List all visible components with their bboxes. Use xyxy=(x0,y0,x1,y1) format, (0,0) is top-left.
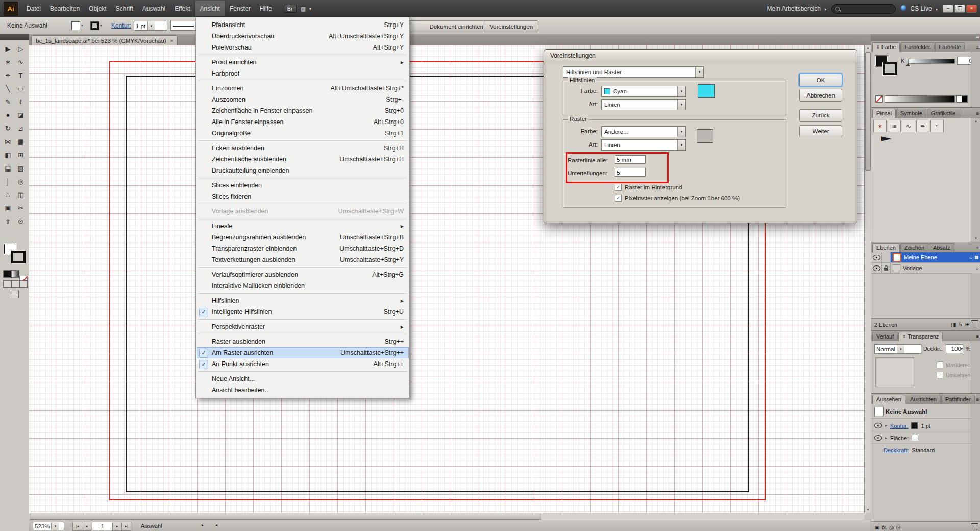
minimize-button[interactable]: – xyxy=(943,5,953,13)
tool-magic-wand[interactable]: ∗ xyxy=(2,56,14,69)
tool-column-graph[interactable]: ◫ xyxy=(14,188,27,202)
brush-item[interactable]: ✒ xyxy=(916,120,929,132)
tool-perspective-grid[interactable]: ⊞ xyxy=(14,149,27,162)
tab-farbhilfe[interactable]: Farbhilfe xyxy=(935,42,965,52)
menubar-auswahl[interactable]: Auswahl xyxy=(138,1,170,17)
status-popup-icon[interactable]: ▸ xyxy=(202,523,204,527)
tab-ebenen[interactable]: Ebenen xyxy=(872,243,900,252)
tool-pencil[interactable]: ℓ xyxy=(14,95,27,109)
tab-absatz[interactable]: Absatz xyxy=(929,243,954,252)
stroke-color-swatch[interactable] xyxy=(911,422,918,429)
artboard-number-field[interactable]: 1 xyxy=(92,522,113,530)
tool-hand[interactable]: ⇧ xyxy=(2,215,14,228)
menu-item-ansicht-bearbeiten[interactable]: Ansicht bearbeiten... xyxy=(197,384,409,396)
tool-direct-selection[interactable]: ▷ xyxy=(14,42,27,56)
close-button[interactable]: × xyxy=(966,5,977,13)
stroke-proxy[interactable] xyxy=(11,251,26,263)
layer-normal[interactable]: Vorlage ○ xyxy=(891,263,980,273)
delete-layer-icon[interactable] xyxy=(972,322,977,327)
draw-behind-button[interactable] xyxy=(11,280,19,288)
stroke-proxy[interactable] xyxy=(883,62,897,75)
disclosure-icon[interactable]: ▸ xyxy=(885,423,887,428)
tab-grafikstile[interactable]: Grafikstile xyxy=(927,109,960,118)
tool-eyedropper[interactable]: ⌡ xyxy=(2,175,14,188)
draw-normal-button[interactable] xyxy=(3,280,11,288)
preferences-section-combobox[interactable]: Hilfslinien und Raster ▾ xyxy=(563,66,704,78)
screen-mode-button[interactable] xyxy=(11,291,19,298)
menu-item-begrenzungsrahmen[interactable]: Begrenzungsrahmen ausblendenUmschalttast… xyxy=(197,232,409,243)
tab-pinsel[interactable]: Pinsel xyxy=(872,109,896,118)
zoom-level-combobox[interactable]: 523% ▾ xyxy=(33,522,64,530)
tool-rectangle[interactable]: ▭ xyxy=(14,82,27,95)
tab-farbe[interactable]: ⇕ Farbe xyxy=(872,42,900,52)
tool-shape-builder[interactable]: ◧ xyxy=(2,149,14,162)
menu-item-ecken-ausblenden[interactable]: Ecken ausblendenStrg+H xyxy=(197,142,409,154)
fill-color-picker[interactable]: ▾ xyxy=(71,21,83,30)
brush-item[interactable]: ∗ xyxy=(873,120,887,132)
panel-menu-icon[interactable]: ≡ xyxy=(976,245,979,251)
menu-item-an-punkt-ausrichten[interactable]: ✓An Punkt ausrichtenAlt+Strg++ xyxy=(197,358,409,370)
next-artboard-button[interactable]: ▸ xyxy=(112,522,122,531)
opacity-popup-icon[interactable]: ▸ xyxy=(961,346,963,351)
tool-rotate[interactable]: ↻ xyxy=(2,122,14,135)
panel-scroll-column[interactable]: ▴ ▾ xyxy=(971,118,980,242)
cs-live-button[interactable]: CS Live ▾ xyxy=(901,5,938,12)
menubar-effekt[interactable]: Effekt xyxy=(170,1,194,17)
lock-toggle[interactable] xyxy=(882,263,891,273)
scroll-down-icon[interactable]: ▾ xyxy=(971,236,980,240)
lock-toggle[interactable] xyxy=(882,252,891,262)
menu-item-interaktive-malluecken[interactable]: Interaktive Mallücken einblenden xyxy=(197,280,409,292)
tool-pen[interactable]: ✒ xyxy=(2,69,14,82)
visibility-toggle[interactable] xyxy=(871,263,882,273)
color-button[interactable] xyxy=(3,270,11,278)
tools-panel-grip[interactable] xyxy=(0,34,29,40)
close-tab-icon[interactable]: × xyxy=(170,38,173,43)
first-artboard-button[interactable]: |◂ xyxy=(72,522,82,531)
menu-item-pixelvorschau[interactable]: PixelvorschauAlt+Strg+Y xyxy=(197,42,409,53)
visibility-toggle[interactable] xyxy=(871,252,882,262)
add-effect-icon[interactable]: fx. xyxy=(881,525,887,530)
new-sublayer-icon[interactable]: ↳ xyxy=(959,321,963,328)
tab-ausrichten[interactable]: Ausrichten xyxy=(906,395,941,404)
menubar-bearbeiten[interactable]: Bearbeiten xyxy=(45,1,84,17)
menu-item-pfadansicht[interactable]: PfadansichtStrg+Y xyxy=(197,19,409,31)
menu-item-zeichenflaeche-ausblenden[interactable]: Zeichenfläche ausblendenUmschalttaste+St… xyxy=(197,154,409,165)
horizontal-scrollbar[interactable] xyxy=(29,513,864,520)
stroke-color-picker[interactable]: ▾ xyxy=(90,21,102,30)
menu-item-farbproof[interactable]: Farbproof xyxy=(197,68,409,79)
menubar-ansicht[interactable]: Ansicht xyxy=(195,1,225,17)
menu-item-neue-ansicht[interactable]: Neue Ansicht... xyxy=(197,373,409,384)
scroll-up-icon[interactable]: ▴ xyxy=(971,119,980,123)
horizontal-scroll-thumb[interactable] xyxy=(30,514,541,520)
menu-item-slices-einblenden[interactable]: Slices einblenden xyxy=(197,180,409,191)
delete-item-icon[interactable] xyxy=(972,525,977,530)
tab-aussehen[interactable]: Aussehen xyxy=(872,395,905,404)
tool-eraser[interactable]: ◪ xyxy=(14,109,27,122)
bridge-button[interactable]: Br xyxy=(284,5,297,13)
tool-slice[interactable]: ✂ xyxy=(14,202,27,215)
draw-inside-button[interactable] xyxy=(19,280,28,288)
document-tab[interactable]: bc_1s_landscape.ai* bei 523 % (CMYK/Vors… xyxy=(31,35,178,45)
tab-pathfinder[interactable]: Pathfinder xyxy=(941,395,975,404)
menu-item-textverkettungen[interactable]: Textverkettungen ausblendenUmschalttaste… xyxy=(197,254,409,266)
menu-item-hilfslinien[interactable]: Hilfslinien▶ xyxy=(197,295,409,306)
menu-item-alle-einpassen[interactable]: Alle in Fenster einpassenAlt+Strg+0 xyxy=(197,116,409,128)
menu-item-am-raster-ausrichten[interactable]: ✓Am Raster ausrichtenUmschalttaste+Strg+… xyxy=(197,347,409,358)
dialog-title-bar[interactable]: Voreinstellungen xyxy=(544,50,857,62)
grid-style-combobox[interactable]: Linien ▾ xyxy=(601,139,686,151)
arrow-brush-item[interactable]: ▶ xyxy=(873,133,900,143)
tab-farbfelder[interactable]: Farbfelder xyxy=(900,42,934,52)
vertical-scroll-thumb[interactable] xyxy=(865,52,871,171)
document-setup-button[interactable]: Dokument einrichten xyxy=(397,20,489,32)
menu-item-intelligente-hilfslinien[interactable]: ✓Intelligente HilfslinienStrg+U xyxy=(197,306,409,318)
target-circle-icon[interactable]: ○ xyxy=(975,266,978,271)
menu-item-auszoomen[interactable]: AuszoomenStrg+- xyxy=(197,94,409,105)
eye-icon[interactable] xyxy=(874,435,882,441)
disclosure-icon[interactable]: ▸ xyxy=(885,436,887,440)
panel-menu-icon[interactable]: ≡ xyxy=(976,397,979,402)
dock-header[interactable]: ◂◂ xyxy=(871,34,980,41)
layer-row[interactable]: Vorlage ○ xyxy=(871,263,980,274)
restore-button[interactable] xyxy=(954,5,965,13)
collapse-dock-icon[interactable]: ◂◂ xyxy=(975,35,978,39)
eye-icon[interactable] xyxy=(874,423,882,428)
